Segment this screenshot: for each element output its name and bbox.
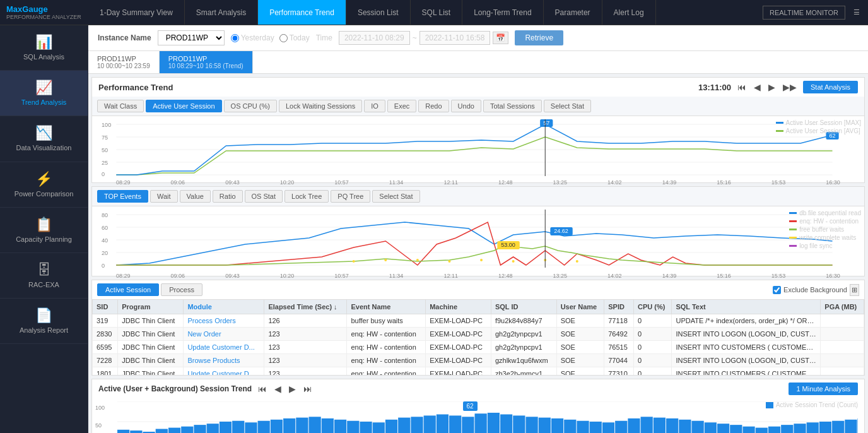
trend-nav-play[interactable]: ▶ <box>288 384 297 394</box>
events-tab-ratio[interactable]: Ratio <box>213 190 243 203</box>
tab-session[interactable]: Session List <box>346 0 411 25</box>
calendar-icon[interactable]: 📅 <box>493 32 508 44</box>
bar-item <box>628 418 640 433</box>
sidebar-item-sql-analysis[interactable]: 📊 SQL Analysis <box>0 25 88 71</box>
nav-next[interactable]: ▶▶ <box>782 82 798 92</box>
sidebar-item-rac-exa[interactable]: 🗄 RAC-EXA <box>0 253 88 299</box>
sidebar-label-capacity: Capacity Planning <box>16 235 72 244</box>
events-tab-locktree[interactable]: Lock Tree <box>284 190 329 203</box>
today-radio[interactable]: Today <box>279 33 310 42</box>
bar-item <box>334 420 346 433</box>
tab-longterm[interactable]: Long-Term Trend <box>462 0 543 25</box>
bar-item <box>232 421 244 433</box>
tab-parameter[interactable]: Parameter <box>544 0 602 25</box>
events-chart-legend: db file sequential read enq: HW - conten… <box>789 210 861 251</box>
time-range: 2022-11-10 08:29 ~ 2022-11-10 16:58 📅 <box>339 31 509 45</box>
events-tab-top[interactable]: TOP Events <box>97 190 148 203</box>
bar-item <box>794 424 806 433</box>
bar-item <box>130 430 142 433</box>
svg-text:20: 20 <box>102 250 108 256</box>
sidebar-label-dataviz: Data Visualization <box>16 144 72 152</box>
chart-tab-undo[interactable]: Undo <box>451 100 481 112</box>
process-tab[interactable]: Process <box>161 283 202 296</box>
analysis-report-icon: 📄 <box>35 307 52 324</box>
stat-analysis-button[interactable]: Stat Analysis <box>803 81 858 93</box>
bar-item <box>245 422 257 433</box>
bar-item <box>360 422 372 433</box>
instance-tab-0[interactable]: PROD11WP 10 00:00~10 23:59 <box>88 51 160 73</box>
perf-chart-area: 100 75 50 25 0 <box>92 116 864 182</box>
sidebar-item-trend-analysis[interactable]: 📈 Trend Analysis <box>0 71 88 116</box>
tab-1day[interactable]: 1-Day Summary View <box>88 0 185 25</box>
legend-avg-color <box>776 130 783 132</box>
session-table-container[interactable]: SID Program Module Elapsed Time (Sec) ↓ … <box>92 299 864 375</box>
chart-tab-oscpu[interactable]: OS CPU (%) <box>224 100 277 112</box>
retrieve-button[interactable]: Retrieve <box>515 30 563 45</box>
instance-select[interactable]: PROD11WP <box>158 30 225 45</box>
table-row[interactable]: 7228 JDBC Thin Client Browse Products 12… <box>93 354 864 367</box>
trend-nav-prev[interactable]: ◀ <box>273 384 283 394</box>
realtime-monitor-button[interactable]: REALTIME MONITOR <box>763 6 845 20</box>
chart-tab-io[interactable]: IO <box>364 100 385 112</box>
instance-tab-1[interactable]: PROD11WP 10 08:29~10 16:58 (Trend) <box>160 51 253 73</box>
chart-tab-waitclass[interactable]: Wait Class <box>97 100 144 112</box>
table-row[interactable]: 319 JDBC Thin Client Process Orders 126 … <box>93 314 864 328</box>
chart-tab-exec[interactable]: Exec <box>387 100 416 112</box>
active-session-tab[interactable]: Active Session <box>97 283 159 296</box>
tab-sql[interactable]: SQL List <box>411 0 463 25</box>
sidebar: 📊 SQL Analysis 📈 Trend Analysis 📉 Data V… <box>0 25 88 433</box>
bar-item <box>373 422 385 433</box>
chart-tab-totalsessions[interactable]: Total Sessions <box>483 100 542 112</box>
instance-label: Instance Name <box>98 33 151 42</box>
bar-item <box>845 420 857 433</box>
nav-prev[interactable]: ◀ <box>753 82 762 92</box>
time-from: 2022-11-10 08:29 <box>339 31 410 45</box>
bar-item <box>322 418 334 433</box>
table-row[interactable]: 6595 JDBC Thin Client Update Customer D.… <box>93 341 864 354</box>
bar-item <box>807 422 819 433</box>
sidebar-item-power-comparison[interactable]: ⚡ Power Comparison <box>0 162 88 208</box>
bar-item <box>577 421 589 433</box>
trend-nav-last[interactable]: ⏭ <box>302 384 314 394</box>
trend-nav-first[interactable]: ⏮ <box>257 384 268 394</box>
yesterday-radio[interactable]: Yesterday <box>231 33 274 42</box>
current-time: 13:11:00 <box>698 83 731 92</box>
bar-item <box>742 427 754 433</box>
bar-item <box>666 418 678 433</box>
bar-item <box>705 422 717 433</box>
chart-tab-lockwaiting[interactable]: Lock Waiting Sessions <box>279 100 362 112</box>
tab-smart[interactable]: Smart Analysis <box>185 0 258 25</box>
sidebar-item-analysis-report[interactable]: 📄 Analysis Report <box>0 299 88 344</box>
session-trend-section: Active (User + Background) Session Trend… <box>91 379 865 433</box>
sidebar-item-data-viz[interactable]: 📉 Data Visualization <box>0 116 88 162</box>
svg-text:0: 0 <box>102 171 105 177</box>
nav-play[interactable]: ▶ <box>767 82 777 92</box>
bar-item <box>194 425 206 433</box>
events-tab-wait[interactable]: Wait <box>150 190 178 203</box>
one-minute-analysis-button[interactable]: 1 Minute Analysis <box>789 383 858 395</box>
chart-tab-selectstat[interactable]: Select Stat <box>544 100 591 112</box>
events-tab-osstat[interactable]: OS Stat <box>245 190 283 203</box>
col-spid: SPID <box>604 300 634 314</box>
table-export-icon[interactable]: ⊞ <box>850 284 859 296</box>
nav-first[interactable]: ⏮ <box>736 82 748 92</box>
events-tab-value[interactable]: Value <box>180 190 211 203</box>
bar-item <box>398 418 410 433</box>
events-tab-selectstat[interactable]: Select Stat <box>372 190 419 203</box>
bar-item <box>296 418 308 433</box>
exclude-background-checkbox[interactable] <box>773 286 781 294</box>
tab-perftrend[interactable]: Performance Trend <box>258 0 346 25</box>
sidebar-item-capacity-planning[interactable]: 📋 Capacity Planning <box>0 208 88 253</box>
table-row[interactable]: 2830 JDBC Thin Client New Order 123 enq:… <box>93 328 864 341</box>
col-pga: PGA (MB) <box>821 300 864 314</box>
events-tab-pqtree[interactable]: PQ Tree <box>331 190 370 203</box>
hamburger-menu[interactable]: ☰ <box>845 8 868 16</box>
bar-item <box>679 420 691 433</box>
time-label: Time <box>316 33 332 42</box>
chart-tab-redo[interactable]: Redo <box>418 100 449 112</box>
bar-chart-container: Active Session Trend (Count) 100 50 0 62 <box>92 398 864 433</box>
chart-tab-activeuser[interactable]: Active User Session <box>146 100 221 112</box>
col-cpu: CPU (%) <box>633 300 671 314</box>
tab-alertlog[interactable]: Alert Log <box>602 0 656 25</box>
table-row[interactable]: 1801 JDBC Thin Client Update Customer D.… <box>93 367 864 376</box>
